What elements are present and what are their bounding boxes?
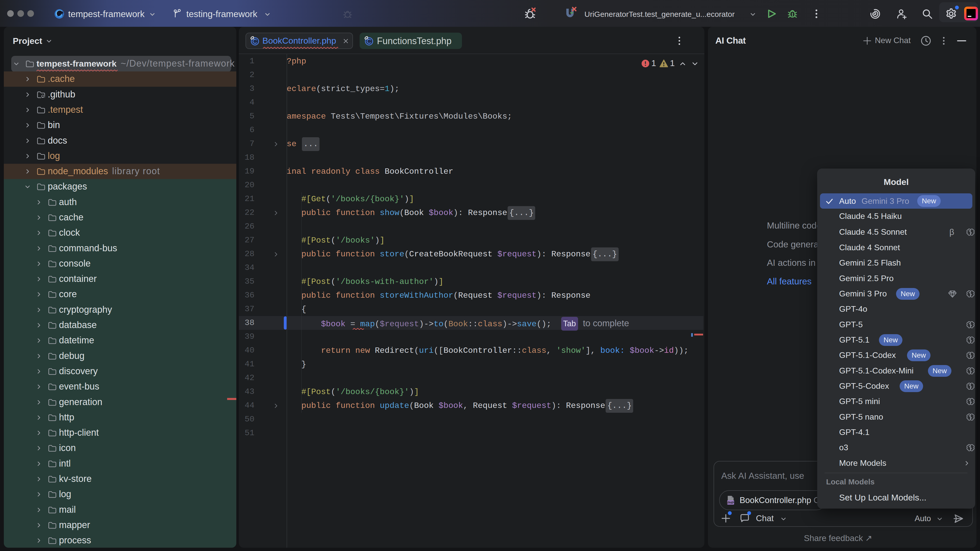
svg-text:PHP: PHP: [727, 501, 734, 505]
